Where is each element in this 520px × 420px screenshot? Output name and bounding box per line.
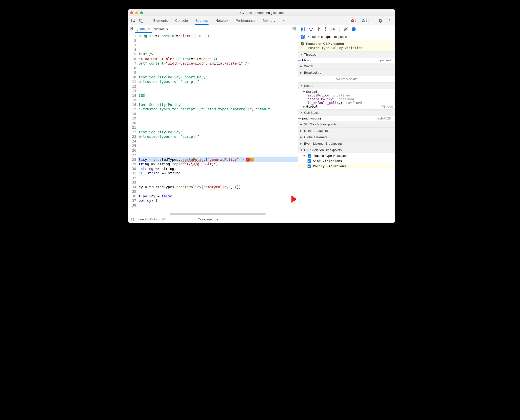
section-threads[interactable]: ▼Threads: [298, 51, 395, 58]
settings-gear-icon[interactable]: [377, 17, 384, 24]
resume-icon[interactable]: [301, 27, 305, 31]
csp-trusted-type[interactable]: ▼ Trusted Type Violations: [298, 153, 395, 158]
section-xhr[interactable]: ▶XHR/fetch Breakpoints: [298, 121, 395, 127]
cursor-position: Line 28, Column 42: [138, 217, 166, 221]
navigator-toggle-icon[interactable]: [129, 27, 135, 31]
error-count: 1: [355, 19, 357, 23]
svg-point-3: [389, 19, 390, 20]
pretty-print-icon[interactable]: { }: [131, 217, 134, 221]
tab-sources[interactable]: Sources: [195, 17, 208, 25]
debugger-toolbar: [298, 25, 395, 33]
svg-point-11: [318, 30, 319, 31]
svg-rect-2: [141, 20, 143, 23]
kebab-menu-icon[interactable]: [386, 17, 393, 24]
csp-trusted-type-checkbox[interactable]: [308, 154, 311, 158]
csp-sink-checkbox[interactable]: [308, 159, 311, 163]
tab-more[interactable]: »: [282, 17, 285, 25]
pause-caught-label: Pause on caught exceptions: [307, 35, 347, 39]
section-gl[interactable]: ▶Global Listeners: [298, 134, 395, 140]
current-frame-icon: ➔: [298, 117, 302, 120]
section-callstack[interactable]: ▼Call Stack: [298, 110, 395, 116]
inspect-icon[interactable]: [130, 17, 137, 24]
file-tab-index[interactable]: (index) ×: [135, 25, 152, 33]
annotation-arrow-icon: [285, 194, 297, 205]
tab-memory[interactable]: Memory: [262, 17, 276, 25]
step-icon[interactable]: [331, 27, 335, 31]
thread-main[interactable]: Main: [302, 58, 309, 62]
svg-rect-16: [353, 28, 353, 30]
device-toggle-icon[interactable]: [138, 17, 145, 24]
error-badge[interactable]: ✕ 1: [350, 19, 358, 23]
section-breakpoints[interactable]: ▶Breakpoints: [298, 70, 395, 76]
step-into-icon[interactable]: [317, 27, 320, 31]
no-breakpoints-text: No breakpoints: [298, 76, 395, 82]
step-over-icon[interactable]: [309, 27, 313, 31]
tab-elements[interactable]: Elements: [153, 17, 168, 25]
close-icon[interactable]: ×: [148, 27, 150, 31]
svg-point-4: [389, 20, 390, 21]
svg-point-13: [334, 29, 335, 30]
pause-exceptions-icon[interactable]: [351, 27, 356, 31]
current-thread-icon: ➔: [298, 58, 302, 62]
svg-point-15: [352, 27, 356, 31]
coverage-status: Coverage: n/a: [198, 217, 295, 221]
code-editor[interactable]: 1234567891011121314151617181920212223242…: [128, 33, 298, 216]
step-out-icon[interactable]: [324, 27, 327, 31]
horizontal-scrollbar[interactable]: [170, 213, 266, 215]
debug-sidebar-toggle-icon[interactable]: [292, 27, 296, 31]
svg-point-12: [325, 30, 326, 31]
tab-console[interactable]: Console: [175, 17, 188, 25]
svg-rect-17: [354, 28, 354, 30]
section-el[interactable]: ▶Event Listener Breakpoints: [298, 140, 395, 147]
message-count: 1: [365, 19, 367, 23]
csp-policy[interactable]: Policy Violations: [298, 163, 395, 169]
file-tab-runtime[interactable]: runtime.js: [152, 26, 170, 32]
tab-performance[interactable]: Performance: [235, 17, 256, 25]
deactivate-breakpoints-icon[interactable]: [343, 27, 348, 31]
pause-caught-checkbox[interactable]: [301, 35, 305, 39]
window-title: DevTools - tt-enforced.glitch.me/: [128, 11, 395, 15]
section-csp[interactable]: ▼CSP Violation Breakpoints: [298, 147, 395, 153]
message-badge[interactable]: 💬 1: [360, 19, 369, 23]
csp-policy-checkbox[interactable]: [308, 164, 311, 168]
pause-banner: i Paused on CSP violation Trusted Type P…: [298, 40, 395, 51]
titlebar: DevTools - tt-enforced.glitch.me/: [128, 9, 395, 16]
section-dom[interactable]: ▶DOM Breakpoints: [298, 128, 395, 134]
csp-sink[interactable]: Sink Violations: [298, 158, 395, 163]
section-scope[interactable]: ▼Scope: [298, 83, 395, 89]
section-watch[interactable]: ▶Watch: [298, 63, 395, 69]
main-toolbar: Elements Console Sources Network Perform…: [128, 16, 395, 25]
callstack-frame[interactable]: (anonymous): [302, 117, 321, 120]
tab-network[interactable]: Network: [215, 17, 229, 25]
svg-point-5: [389, 22, 390, 22]
info-icon: i: [301, 42, 304, 46]
svg-point-10: [311, 30, 312, 31]
